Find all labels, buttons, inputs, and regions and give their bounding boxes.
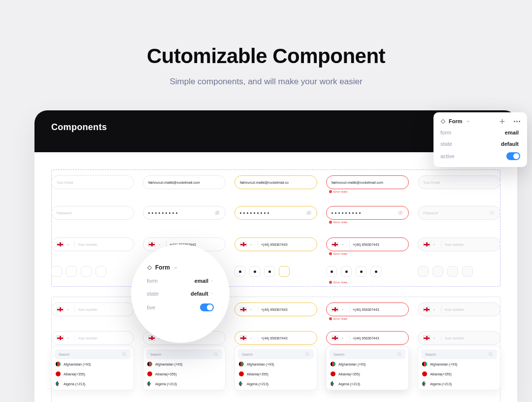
password-input-error[interactable] — [326, 206, 409, 220]
chevron-down-icon[interactable] — [341, 243, 344, 246]
phone-input-error[interactable]: +(44) 658367443 — [326, 331, 409, 345]
separator — [258, 241, 258, 248]
uk-flag-icon — [332, 335, 338, 340]
phone-value: Your number — [78, 336, 98, 340]
phone-input-default[interactable]: Your number — [51, 331, 134, 345]
country-option[interactable]: Afghanistan (+93) — [421, 359, 497, 369]
country-option[interactable]: Afghanistan (+93) — [146, 359, 222, 369]
email-input-error[interactable]: fakhrurozi.maliki@rocketmail.com — [326, 175, 409, 189]
svg-point-10 — [501, 121, 503, 122]
search-input[interactable]: Search — [330, 349, 405, 359]
chevron-down-icon[interactable] — [249, 336, 253, 340]
chevron-down-icon[interactable] — [432, 336, 436, 340]
phone-input-focus[interactable]: +(44) 658367443 — [234, 331, 317, 345]
password-input-focus[interactable] — [234, 206, 317, 220]
email-input-filled[interactable]: fakhrurozi.maliki@rocketmail.com — [143, 175, 226, 189]
flag-icon — [422, 371, 427, 376]
svg-point-5 — [214, 353, 217, 356]
phone-input-focus[interactable]: +(44) 658367443 — [234, 302, 317, 316]
chevron-down-icon[interactable] — [158, 243, 161, 246]
eye-icon[interactable] — [306, 210, 312, 216]
phone-value: +(44) 658367443 — [353, 336, 379, 340]
separator — [74, 335, 75, 341]
flag-icon — [331, 381, 335, 386]
phone-input-error[interactable]: +(44) 658367443 — [326, 237, 409, 251]
password-input-filled[interactable] — [143, 206, 226, 220]
phone-input-focus[interactable]: +(44) 658367443 — [234, 237, 317, 251]
country-dropdown[interactable]: SearchAfghanistan (+93)Albania(+355)Alge… — [51, 346, 134, 390]
phone-input-default[interactable]: Your number — [51, 302, 134, 316]
chevron-down-icon[interactable] — [432, 243, 436, 246]
chevron-down-icon[interactable] — [432, 308, 436, 311]
otp-input-focus[interactable] — [234, 266, 317, 277]
svg-point-8 — [398, 353, 400, 356]
phone-input-default[interactable]: Your number — [51, 237, 134, 251]
country-option[interactable]: Algeria (+213) — [330, 379, 405, 389]
search-input[interactable]: Search — [55, 349, 131, 359]
password-input-default[interactable]: Password — [51, 206, 134, 220]
search-input[interactable]: Search — [238, 349, 314, 359]
eye-icon[interactable] — [398, 210, 403, 216]
country-dropdown[interactable]: SearchAfghanistan (+93)Albania(+355)Alge… — [143, 346, 226, 390]
toggle-switch[interactable] — [506, 152, 520, 160]
svg-point-9 — [489, 353, 492, 356]
eye-icon[interactable] — [214, 210, 220, 216]
email-input-focus[interactable]: fakhrurozi.maliki@rocketmail.co — [234, 175, 317, 189]
chevron-down-icon[interactable] — [466, 119, 471, 124]
country-dropdown[interactable]: SearchAfghanistan (+93)Albania(+355)Alge… — [418, 346, 500, 390]
chevron-down-icon[interactable] — [66, 308, 69, 311]
prop-value[interactable]: email — [195, 278, 214, 284]
phone-input-disabled: Your number — [418, 302, 500, 316]
prop-value[interactable]: default — [501, 141, 520, 147]
properties-card[interactable]: Form formemailstatedefaultactive — [433, 112, 527, 167]
diamond-icon — [147, 265, 152, 270]
otp-input-error[interactable] — [326, 266, 409, 277]
phone-input-disabled: Your number — [418, 237, 500, 251]
country-option[interactable]: Afghanistan (+93) — [55, 359, 131, 369]
chevron-down-icon[interactable] — [341, 336, 344, 340]
country-option[interactable]: Albania(+355) — [55, 369, 131, 379]
error-label: Error state — [329, 221, 347, 224]
flag-icon — [56, 362, 61, 367]
toggle-switch[interactable] — [200, 303, 214, 311]
separator — [349, 306, 350, 313]
country-option[interactable]: Albania(+355) — [330, 369, 405, 379]
chevron-down-icon[interactable] — [66, 336, 69, 340]
country-option[interactable]: Albania(+355) — [238, 369, 314, 379]
separator — [74, 306, 75, 313]
more-icon[interactable] — [514, 121, 520, 122]
chevron-down-icon[interactable] — [249, 243, 253, 246]
country-option[interactable]: Afghanistan (+93) — [238, 359, 314, 369]
phone-value: Your number — [78, 308, 98, 311]
chevron-down-icon[interactable] — [249, 308, 253, 311]
otp-input-default[interactable] — [51, 266, 134, 277]
phone-value: +(44) 658367443 — [353, 243, 379, 246]
country-option[interactable]: Albania(+355) — [146, 369, 222, 379]
country-option[interactable]: Algeria (+213) — [238, 379, 314, 389]
uk-flag-icon — [57, 307, 64, 312]
country-option[interactable]: Algeria (+213) — [421, 379, 497, 389]
search-input[interactable]: Search — [146, 349, 222, 359]
prop-label: state — [147, 291, 159, 297]
chevron-down-icon[interactable] — [341, 308, 344, 311]
country-option[interactable]: Afghanistan (+93) — [330, 359, 405, 369]
search-input[interactable]: Search — [421, 349, 497, 359]
country-option[interactable]: Algeria (+213) — [146, 379, 222, 389]
prop-value[interactable]: default — [191, 291, 214, 297]
country-option[interactable]: Algeria (+213) — [55, 379, 131, 389]
zoom-bubble: Form formemailstatedefaulttive — [131, 244, 230, 343]
flag-icon — [56, 381, 61, 386]
target-icon[interactable] — [499, 119, 505, 124]
country-dropdown[interactable]: SearchAfghanistan (+93)Albania(+355)Alge… — [326, 346, 409, 390]
country-dropdown[interactable]: SearchAfghanistan (+93)Albania(+355)Alge… — [234, 346, 317, 390]
chevron-down-icon[interactable] — [66, 243, 69, 246]
flag-icon — [239, 362, 244, 367]
flag-icon — [239, 371, 244, 376]
email-input-default[interactable]: Your Email — [51, 175, 134, 189]
phone-input-error[interactable]: +(44) 658367443 — [326, 302, 409, 316]
page-title: Cutomizable Component — [0, 44, 532, 68]
phone-value: +(44) 658367443 — [261, 243, 288, 246]
uk-flag-icon — [332, 242, 338, 247]
country-option[interactable]: Albania(+355) — [421, 369, 497, 379]
prop-value[interactable]: email — [505, 130, 520, 135]
